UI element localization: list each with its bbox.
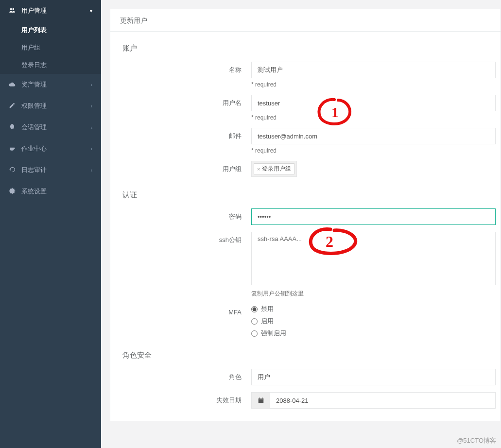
sidebar-item-user-mgmt[interactable]: 用户管理 ▾ xyxy=(0,0,101,21)
sidebar: 用户管理 ▾ 用户列表 用户组 登录日志 资产管理 ‹ 权限管理 ‹ 会 xyxy=(0,0,101,448)
sidebar-item-login-log[interactable]: 登录日志 xyxy=(0,56,101,74)
cloud-icon xyxy=(9,81,17,88)
section-auth-title: 认证 xyxy=(110,186,501,208)
sidebar-item-perm-mgmt[interactable]: 权限管理 ‹ xyxy=(0,95,101,117)
page-title: 更新用户 xyxy=(110,9,501,32)
svg-point-0 xyxy=(10,8,12,10)
chevron-down-icon: ▾ xyxy=(90,8,92,14)
label-expire-date: 失效日期 xyxy=(110,392,251,405)
coffee-icon xyxy=(9,145,17,153)
sidebar-item-log-audit[interactable]: 日志审计 ‹ xyxy=(0,159,101,181)
sidebar-item-label: 系统设置 xyxy=(21,187,47,196)
sidebar-item-job-center[interactable]: 作业中心 ‹ xyxy=(0,138,101,159)
label-mfa: MFA xyxy=(110,305,251,316)
chevron-left-icon: ‹ xyxy=(91,103,92,109)
sidebar-item-label: 用户管理 xyxy=(21,6,47,15)
label-ssh-key: ssh公钥 xyxy=(110,232,251,244)
sidebar-item-label: 会话管理 xyxy=(21,123,47,132)
form-panel: 更新用户 账户 名称 * required 用户名 * required xyxy=(110,9,501,421)
calendar-icon xyxy=(252,393,270,408)
required-hint: * required xyxy=(251,114,496,121)
rocket-icon xyxy=(9,123,17,132)
label-role: 角色 xyxy=(110,369,251,381)
ssh-key-textarea[interactable] xyxy=(251,232,496,285)
cogs-icon xyxy=(9,188,17,196)
watermark: @51CTO博客 xyxy=(457,436,496,445)
ssh-key-help: 复制用户公钥到这里 xyxy=(251,290,496,298)
label-username: 用户名 xyxy=(110,95,251,107)
email-input[interactable] xyxy=(251,128,496,144)
chevron-left-icon: ‹ xyxy=(91,125,92,130)
chevron-left-icon: ‹ xyxy=(91,146,92,152)
required-hint: * required xyxy=(251,147,496,154)
label-usergroup: 用户组 xyxy=(110,161,251,173)
sidebar-item-user-list[interactable]: 用户列表 xyxy=(0,21,101,39)
history-icon xyxy=(9,166,17,174)
expire-date-picker[interactable] xyxy=(251,392,496,409)
section-account-title: 账户 xyxy=(110,39,501,62)
remove-tag-icon[interactable]: × xyxy=(257,166,260,172)
sidebar-item-label: 作业中心 xyxy=(21,144,47,153)
mfa-radio-force[interactable] xyxy=(251,330,258,337)
sidebar-item-session-mgmt[interactable]: 会话管理 ‹ xyxy=(0,117,101,138)
sidebar-item-label: 日志审计 xyxy=(21,166,47,174)
sidebar-submenu: 用户列表 用户组 登录日志 xyxy=(0,21,101,74)
role-select[interactable] xyxy=(251,369,496,385)
mfa-radio-disable[interactable] xyxy=(251,306,258,312)
sidebar-item-asset-mgmt[interactable]: 资产管理 ‹ xyxy=(0,74,101,95)
mfa-option-disable[interactable]: 禁用 xyxy=(251,305,496,313)
sidebar-item-system-settings[interactable]: 系统设置 xyxy=(0,181,101,202)
usergroup-tag-label: 登录用户组 xyxy=(262,165,291,173)
section-role-title: 角色安全 xyxy=(110,346,501,369)
sidebar-item-user-group[interactable]: 用户组 xyxy=(0,39,101,56)
chevron-left-icon: ‹ xyxy=(91,82,92,87)
main-content: 更新用户 账户 名称 * required 用户名 * required xyxy=(101,0,501,448)
users-icon xyxy=(9,7,17,15)
required-hint: * required xyxy=(251,81,496,88)
name-input[interactable] xyxy=(251,62,496,78)
password-input[interactable] xyxy=(251,208,496,225)
expire-date-input[interactable] xyxy=(270,393,495,408)
mfa-radio-enable[interactable] xyxy=(251,318,258,325)
label-email: 邮件 xyxy=(110,128,251,140)
chevron-left-icon: ‹ xyxy=(91,168,92,173)
edit-icon xyxy=(9,102,17,110)
label-name: 名称 xyxy=(110,62,251,74)
username-input[interactable] xyxy=(251,95,496,111)
usergroup-tag: × 登录用户组 xyxy=(254,163,294,174)
usergroup-select[interactable]: × 登录用户组 xyxy=(251,161,297,177)
mfa-option-force[interactable]: 强制启用 xyxy=(251,329,496,338)
label-password: 密码 xyxy=(110,208,251,221)
sidebar-item-label: 资产管理 xyxy=(21,80,47,89)
mfa-option-enable[interactable]: 启用 xyxy=(251,317,496,326)
svg-point-1 xyxy=(12,8,14,10)
svg-rect-4 xyxy=(258,398,263,399)
sidebar-item-label: 权限管理 xyxy=(21,102,47,110)
